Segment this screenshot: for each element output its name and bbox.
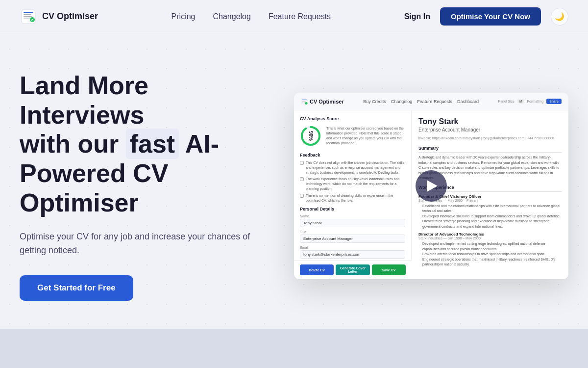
cv-job-1: Founder & Chief Visionary Officer Stark …: [418, 194, 562, 230]
app-header-links: Buy Credits Changelog Feature Requests D…: [363, 99, 479, 104]
hero-title-part2: with our: [20, 130, 119, 158]
app-left-panel: CV Analysis Score 90% This is what our o…: [294, 110, 412, 279]
app-logo-text: CV Optimiser: [310, 99, 344, 105]
app-header-link-credits[interactable]: Buy Credits: [363, 99, 386, 104]
pd-field-email-label: Email: [300, 246, 405, 249]
app-style-label: Formatting: [527, 100, 543, 103]
pd-field-email: Email tony.stark@starkenterprises.com: [300, 246, 405, 259]
app-header-link-dashboard[interactable]: Dashboard: [457, 99, 479, 104]
svg-rect-3: [24, 14, 31, 15]
cv-job-2-bullet-1: Developed and implemented cutting-edge t…: [418, 241, 562, 252]
nav-link-pricing[interactable]: Pricing: [172, 12, 196, 21]
cv-job-2-company: Stark Industries — Jan 1998 – May 2000: [418, 237, 562, 240]
cv-contact: linkedin: https://linkedin.com/in/tonyst…: [418, 135, 562, 141]
logo[interactable]: CV Optimiser: [20, 8, 98, 26]
feedback-item-3: There is no mention of cleaning skills o…: [300, 193, 405, 203]
app-header-actions: Panel Size M Formatting Share: [498, 99, 562, 104]
feedback-item-2: The work experience focus on High-level …: [300, 177, 405, 191]
app-preview: CV Optimiser Buy Credits Changelog Featu…: [294, 93, 568, 279]
score-description: This is what our optimiser scored you ba…: [326, 126, 405, 145]
feedback-text-3: There is no mention of cleaning skills o…: [306, 193, 405, 203]
nav-links: Pricing Changelog Feature Requests: [172, 12, 331, 21]
feedback-text-1: This CV does not align with the chosen j…: [306, 160, 405, 175]
cv-job-1-bullet-2: Developed innovative solutions to suppor…: [418, 214, 562, 219]
pd-field-title-label: Title: [300, 230, 405, 234]
svg-rect-4: [24, 16, 32, 17]
hero-left: Land More Interviews with our fast AI-Po…: [20, 71, 274, 301]
feedback-item-1: This CV does not align with the chosen j…: [300, 160, 405, 175]
hero-title-part1: Land More Interviews: [20, 71, 148, 129]
generate-cover-letter-button[interactable]: Generate Cover Letter: [336, 264, 369, 275]
nav-actions: Sign In Optimise Your CV Now 🌙: [404, 7, 568, 26]
svg-rect-9: [302, 101, 306, 101]
theme-toggle-button[interactable]: 🌙: [551, 8, 568, 26]
svg-rect-5: [24, 18, 30, 19]
nav-link-feature-requests[interactable]: Feature Requests: [269, 12, 331, 21]
moon-icon: 🌙: [555, 12, 564, 21]
svg-rect-10: [302, 102, 306, 102]
pd-field-name: Name Tony Stark: [300, 214, 405, 227]
app-share-button[interactable]: Share: [546, 99, 562, 104]
app-header: CV Optimiser Buy Credits Changelog Featu…: [294, 93, 568, 110]
nav-cta-button[interactable]: Optimise Your CV Now: [440, 7, 541, 26]
personal-details-label: Personal Details: [300, 207, 405, 211]
cv-job-1-bullet-3: Orchestrated strategic planning and exec…: [418, 219, 562, 229]
nav-link-changelog[interactable]: Changelog: [213, 12, 251, 21]
cv-job-2-bullet-3: Engineered strategic operations that max…: [418, 257, 562, 267]
save-cv-button[interactable]: Save CV: [372, 264, 406, 275]
feedback-check-2: [300, 177, 304, 181]
personal-details-section: Personal Details Name Tony Stark Title E…: [300, 207, 405, 259]
cv-job-2: Director of Advanced Technologies Stark …: [418, 232, 562, 267]
cv-job-1-bullet-1: Established and maintained relationships…: [418, 204, 562, 214]
app-field-size-label: Panel Size: [498, 100, 514, 103]
app-small-logo-icon: [301, 98, 308, 105]
hero-right: CV Optimiser Buy Credits Changelog Featu…: [294, 93, 568, 279]
bottom-section: [0, 329, 588, 368]
cv-name: Tony Stark: [418, 117, 562, 126]
hero-cta-button[interactable]: Get Started for Free: [20, 275, 133, 301]
svg-point-11: [305, 102, 308, 105]
feedback-label: Feedback: [300, 153, 405, 158]
hero-section: Land More Interviews with our fast AI-Po…: [0, 33, 588, 329]
score-number: 90%: [308, 131, 314, 141]
cv-summary-label: Summary: [418, 146, 562, 153]
navbar: CV Optimiser Pricing Changelog Feature R…: [0, 0, 588, 33]
pd-field-name-value[interactable]: Tony Stark: [300, 219, 405, 227]
pd-field-name-label: Name: [300, 214, 405, 218]
signin-link[interactable]: Sign In: [404, 12, 430, 21]
score-circle-container: 90% This is what our optimiser scored yo…: [300, 125, 405, 147]
cv-job-1-company: Stark Industries — May 2000 – Present: [418, 199, 562, 202]
cv-job-2-title: Director of Advanced Technologies: [418, 232, 562, 237]
app-header-link-changelog[interactable]: Changelog: [391, 99, 413, 104]
play-icon: [427, 180, 438, 192]
feedback-section: Feedback This CV does not align with the…: [300, 153, 405, 203]
hero-title: Land More Interviews with our fast AI-Po…: [20, 71, 274, 218]
delete-cv-button[interactable]: Delete CV: [300, 264, 334, 275]
cv-title: Enterprise Account Manager: [418, 127, 562, 132]
logo-icon: [20, 8, 37, 26]
pd-field-title-value[interactable]: Enterprise Account Manager: [300, 235, 405, 243]
feedback-check-3: [300, 194, 304, 198]
svg-rect-2: [24, 12, 33, 13]
feedback-check-1: [300, 161, 304, 165]
score-section: CV Analysis Score 90% This is what our o…: [300, 116, 405, 147]
score-label: CV Analysis Score: [300, 116, 405, 121]
hero-title-highlight: fast: [126, 129, 179, 159]
score-circle: 90%: [300, 125, 321, 147]
pd-field-email-value[interactable]: tony.stark@starkenterprises.com: [300, 250, 405, 259]
svg-rect-8: [302, 100, 307, 100]
cv-job-2-bullet-2: Brokered international relationships to …: [418, 252, 562, 257]
feedback-text-2: The work experience focus on High-level …: [306, 177, 405, 191]
app-field-size-value: M: [517, 99, 524, 104]
app-logo-small: CV Optimiser: [301, 98, 344, 105]
video-play-overlay[interactable]: [416, 170, 447, 202]
app-action-buttons: Delete CV Generate Cover Letter Save CV: [294, 260, 412, 279]
pd-field-title: Title Enterprise Account Manager: [300, 230, 405, 243]
logo-text: CV Optimiser: [42, 11, 98, 22]
app-header-link-features[interactable]: Feature Requests: [417, 99, 452, 104]
hero-subtitle: Optimise your CV for any job and increas…: [20, 230, 255, 258]
